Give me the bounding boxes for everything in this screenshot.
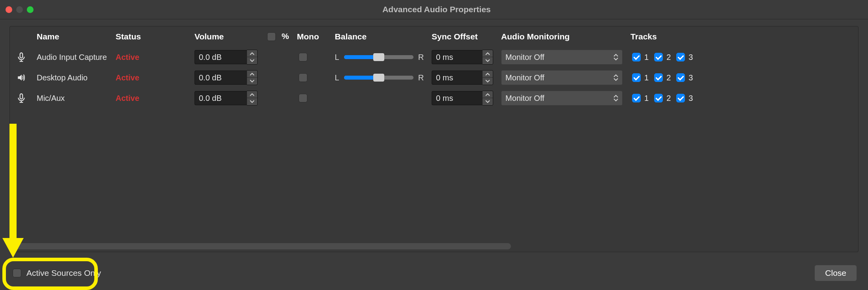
- status-badge: Active: [116, 73, 139, 82]
- audio-sources-table: Name Status Volume % Mono Balance Sync O…: [10, 26, 858, 108]
- chevron-updown-icon: [614, 95, 618, 102]
- table-row: Desktop AudioActiveLRMonitor Off123: [10, 67, 858, 88]
- audio-monitoring-value: Monitor Off: [505, 94, 544, 103]
- col-status: Status: [112, 26, 191, 47]
- sync-step-up[interactable]: [483, 71, 493, 78]
- track-label: 2: [666, 94, 671, 103]
- col-percent: %: [262, 26, 293, 47]
- window-maximize-button[interactable]: [27, 6, 34, 13]
- track-checkbox-1[interactable]: [632, 53, 641, 61]
- table-row: Mic/AuxActiveMonitor Off123: [10, 88, 858, 108]
- track-label: 1: [644, 73, 649, 82]
- volume-step-up[interactable]: [247, 50, 257, 57]
- track-label: 3: [688, 73, 693, 82]
- track-label: 1: [644, 53, 649, 62]
- volume-step-down[interactable]: [247, 98, 257, 105]
- volume-step-down[interactable]: [247, 57, 257, 64]
- audio-monitoring-value: Monitor Off: [505, 53, 544, 62]
- volume-input[interactable]: [195, 50, 247, 64]
- audio-monitoring-value: Monitor Off: [505, 73, 544, 82]
- balance-right-label: R: [418, 53, 424, 62]
- col-volume: Volume: [191, 26, 262, 47]
- track-checkbox-3[interactable]: [676, 53, 685, 61]
- audio-monitoring-select[interactable]: Monitor Off: [501, 50, 623, 65]
- sync-step-down[interactable]: [483, 57, 493, 64]
- col-tracks: Tracks: [627, 26, 858, 47]
- balance-right-label: R: [418, 73, 424, 82]
- source-name: Mic/Aux: [37, 94, 65, 102]
- sync-offset-input[interactable]: [432, 50, 483, 64]
- percent-label: %: [282, 32, 289, 41]
- audio-monitoring-select[interactable]: Monitor Off: [501, 70, 623, 85]
- track-label: 3: [688, 53, 693, 62]
- sync-step-up[interactable]: [483, 50, 493, 57]
- track-checkbox-3[interactable]: [676, 94, 685, 102]
- track-label: 3: [688, 94, 693, 103]
- table-scroll[interactable]: Name Status Volume % Mono Balance Sync O…: [10, 26, 858, 252]
- track-label: 2: [666, 73, 671, 82]
- mic-icon: [14, 52, 29, 62]
- mono-checkbox[interactable]: [299, 73, 307, 82]
- sync-step-down[interactable]: [483, 98, 493, 105]
- window-titlebar: Advanced Audio Properties: [0, 0, 868, 19]
- volume-step-up[interactable]: [247, 91, 257, 98]
- mono-checkbox[interactable]: [299, 94, 307, 102]
- col-mono: Mono: [293, 26, 331, 47]
- track-checkbox-3[interactable]: [676, 73, 685, 82]
- sync-offset-input[interactable]: [432, 91, 483, 105]
- percent-checkbox[interactable]: [267, 32, 276, 41]
- sync-step-down[interactable]: [483, 78, 493, 85]
- chevron-updown-icon: [614, 54, 618, 61]
- svg-rect-0: [20, 53, 23, 58]
- col-monitor: Audio Monitoring: [497, 26, 627, 47]
- source-name: Desktop Audio: [37, 73, 88, 82]
- col-name: Name: [33, 26, 112, 47]
- volume-input[interactable]: [195, 71, 247, 85]
- source-name: Audio Input Capture: [37, 53, 107, 61]
- speaker-icon: [14, 72, 29, 83]
- horizontal-scrollbar-thumb[interactable]: [13, 243, 511, 249]
- balance-slider[interactable]: [344, 55, 413, 59]
- table-panel: Name Status Volume % Mono Balance Sync O…: [9, 26, 859, 252]
- svg-rect-1: [20, 94, 23, 99]
- track-label: 2: [666, 53, 671, 62]
- track-label: 1: [644, 94, 649, 103]
- col-sync: Sync Offset: [428, 26, 497, 47]
- mono-checkbox[interactable]: [299, 53, 307, 61]
- status-badge: Active: [116, 94, 139, 102]
- window-title: Advanced Audio Properties: [34, 5, 840, 14]
- active-sources-only-label: Active Sources Only: [26, 268, 101, 278]
- audio-monitoring-select[interactable]: Monitor Off: [501, 91, 623, 106]
- balance-left-label: L: [335, 73, 339, 82]
- track-checkbox-2[interactable]: [654, 94, 663, 102]
- status-badge: Active: [116, 53, 139, 61]
- window-close-button[interactable]: [6, 6, 12, 13]
- sync-offset-input[interactable]: [432, 71, 483, 85]
- balance-slider[interactable]: [344, 76, 413, 80]
- balance-left-label: L: [335, 53, 339, 62]
- volume-input[interactable]: [195, 91, 247, 105]
- table-row: Audio Input CaptureActiveLRMonitor Off12…: [10, 47, 858, 67]
- active-sources-only[interactable]: Active Sources Only: [11, 268, 101, 279]
- track-checkbox-2[interactable]: [654, 53, 663, 61]
- volume-step-up[interactable]: [247, 71, 257, 78]
- volume-step-down[interactable]: [247, 78, 257, 85]
- window-minimize-button[interactable]: [16, 6, 23, 13]
- track-checkbox-2[interactable]: [654, 73, 663, 82]
- active-sources-only-checkbox[interactable]: [13, 269, 21, 277]
- track-checkbox-1[interactable]: [632, 73, 641, 82]
- track-checkbox-1[interactable]: [632, 94, 641, 102]
- col-balance: Balance: [331, 26, 428, 47]
- chevron-updown-icon: [614, 74, 618, 81]
- mic-icon: [14, 93, 29, 103]
- sync-step-up[interactable]: [483, 91, 493, 98]
- close-button[interactable]: Close: [814, 265, 857, 281]
